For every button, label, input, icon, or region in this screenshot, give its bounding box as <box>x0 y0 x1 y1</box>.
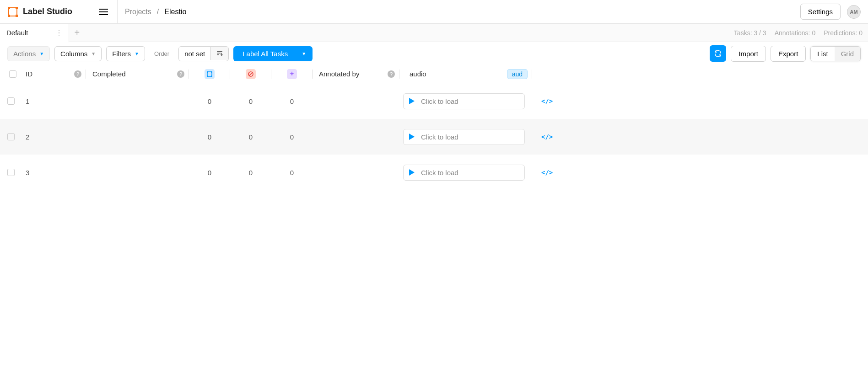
view-list-button[interactable]: List <box>811 47 834 61</box>
add-tab-button[interactable]: + <box>69 27 86 38</box>
table-row[interactable]: 1 0 0 0 Click to load </> <box>0 83 868 119</box>
view-grid-button[interactable]: Grid <box>835 47 860 61</box>
column-cancelled[interactable] <box>230 65 271 83</box>
top-bar: Label Studio Projects / Elestio Settings… <box>0 0 868 24</box>
columns-dropdown[interactable]: Columns ▼ <box>54 46 102 61</box>
cancelled-icon <box>246 69 256 79</box>
tab-menu-icon[interactable]: ⋯ <box>56 29 62 37</box>
cell-predictions: 0 <box>271 83 313 119</box>
breadcrumb-current: Elestio <box>164 8 186 16</box>
tab-default[interactable]: Default ⋯ <box>0 24 69 43</box>
chevron-down-icon: ▼ <box>39 51 44 56</box>
row-checkbox[interactable] <box>7 169 15 176</box>
help-icon[interactable]: ? <box>74 70 81 78</box>
play-icon <box>409 98 415 104</box>
cell-cancelled: 0 <box>230 83 271 119</box>
column-annotations[interactable] <box>189 65 230 83</box>
cell-annotated-by <box>313 83 399 119</box>
cell-predictions: 0 <box>271 119 313 155</box>
code-icon[interactable]: </> <box>541 133 553 140</box>
order-value[interactable]: not set <box>179 47 210 61</box>
filters-dropdown[interactable]: Filters ▼ <box>106 46 145 61</box>
audio-load-label: Click to load <box>421 133 458 141</box>
column-audio[interactable]: audio aud <box>399 65 532 83</box>
cell-annotations: 0 <box>189 119 230 155</box>
table-body: 1 0 0 0 Click to load </> 2 0 0 0 Click … <box>0 83 868 190</box>
refresh-icon <box>714 49 722 58</box>
cell-cancelled: 0 <box>230 119 271 155</box>
column-id-label: ID <box>26 70 32 78</box>
filters-label: Filters <box>112 50 131 58</box>
column-completed[interactable]: Completed ? <box>86 65 189 83</box>
cell-annotations: 0 <box>189 83 230 119</box>
column-predictions[interactable] <box>271 65 313 83</box>
svg-rect-1 <box>8 7 10 9</box>
cell-predictions: 0 <box>271 155 313 190</box>
app-name: Label Studio <box>23 7 72 16</box>
svg-point-9 <box>211 75 212 77</box>
svg-rect-2 <box>16 7 18 9</box>
cell-id: 3 <box>22 155 86 190</box>
audio-load-label: Click to load <box>421 97 458 105</box>
chevron-down-icon: ▼ <box>135 51 139 56</box>
toolbar: Actions ▼ Columns ▼ Filters ▼ Order not … <box>0 42 868 65</box>
play-icon <box>409 169 415 176</box>
svg-point-7 <box>211 71 212 73</box>
tabs-bar: Default ⋯ + Tasks: 3 / 3 Annotations: 0 … <box>0 24 868 42</box>
table-row[interactable]: 2 0 0 0 Click to load </> <box>0 119 868 155</box>
hamburger-menu-icon[interactable] <box>99 9 117 15</box>
sort-direction-button[interactable] <box>210 47 228 60</box>
code-icon[interactable]: </> <box>541 169 553 176</box>
audio-load-button[interactable]: Click to load <box>403 165 525 181</box>
view-toggle: List Grid <box>810 46 861 61</box>
breadcrumb-root[interactable]: Projects <box>125 8 151 16</box>
predictions-icon <box>287 69 297 79</box>
audio-load-button[interactable]: Click to load <box>403 93 525 109</box>
order-label: Order <box>150 50 174 57</box>
column-id[interactable]: ID ? <box>22 65 86 83</box>
help-icon[interactable]: ? <box>388 70 395 78</box>
actions-dropdown[interactable]: Actions ▼ <box>7 46 50 61</box>
order-control: not set <box>178 46 229 61</box>
column-annotated-by[interactable]: Annotated by ? <box>313 65 399 83</box>
label-all-tasks-button[interactable]: Label All Tasks ▼ <box>233 46 313 61</box>
export-button[interactable]: Export <box>771 46 806 62</box>
label-all-text: Label All Tasks <box>243 50 288 58</box>
stat-annotations: Annotations: 0 <box>775 29 816 37</box>
table-row[interactable]: 3 0 0 0 Click to load </> <box>0 155 868 190</box>
help-icon[interactable]: ? <box>177 70 184 78</box>
divider <box>117 0 118 24</box>
select-all-checkbox[interactable] <box>9 70 16 78</box>
tabs-stats: Tasks: 3 / 3 Annotations: 0 Predictions:… <box>734 29 868 37</box>
topbar-right: Settings AM <box>800 4 861 20</box>
columns-label: Columns <box>60 50 87 58</box>
cell-completed <box>86 83 189 119</box>
svg-line-11 <box>249 72 253 75</box>
logo-block: Label Studio <box>7 6 117 17</box>
column-annotated-by-label: Annotated by <box>319 70 359 78</box>
row-checkbox[interactable] <box>7 133 15 140</box>
import-button[interactable]: Import <box>731 46 766 62</box>
play-icon <box>409 134 415 140</box>
row-checkbox[interactable] <box>7 97 15 105</box>
refresh-button[interactable] <box>710 45 726 62</box>
cell-id: 2 <box>22 119 86 155</box>
logo-icon <box>7 6 18 17</box>
cell-completed <box>86 119 189 155</box>
svg-rect-3 <box>8 15 10 17</box>
audio-type-badge: aud <box>507 69 528 79</box>
code-icon[interactable]: </> <box>541 97 553 105</box>
settings-button[interactable]: Settings <box>800 4 841 20</box>
audio-load-button[interactable]: Click to load <box>403 129 525 145</box>
chevron-down-icon: ▼ <box>302 51 306 56</box>
svg-point-8 <box>207 75 208 77</box>
cell-audio: Click to load <box>399 83 532 119</box>
table-header: ID ? Completed ? Annotated by ? audio au… <box>0 65 868 83</box>
stat-tasks: Tasks: 3 / 3 <box>734 29 766 37</box>
svg-point-6 <box>207 71 208 73</box>
tab-label: Default <box>6 29 28 37</box>
svg-rect-4 <box>16 15 18 17</box>
cell-annotated-by <box>313 119 399 155</box>
toolbar-right: Import Export List Grid <box>710 45 861 62</box>
avatar[interactable]: AM <box>847 5 861 19</box>
